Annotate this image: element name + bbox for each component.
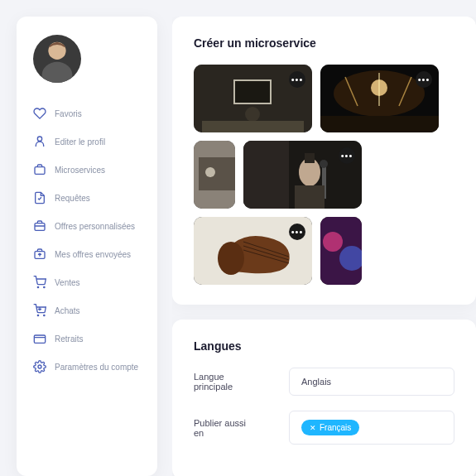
- avatar[interactable]: [33, 35, 81, 83]
- sidebar-item-purchases[interactable]: Achats: [28, 300, 146, 321]
- heart-icon: [33, 107, 46, 120]
- svg-rect-24: [320, 116, 439, 132]
- sidebar-item-label: Ventes: [55, 278, 80, 287]
- svg-rect-29: [243, 141, 289, 209]
- thumbnail-item[interactable]: •••: [194, 217, 312, 285]
- svg-point-10: [44, 315, 45, 315]
- svg-point-36: [218, 242, 244, 275]
- svg-point-9: [37, 315, 38, 315]
- thumbnail-item[interactable]: •••: [243, 141, 362, 209]
- sidebar-item-microservices[interactable]: Microservices: [28, 159, 146, 180]
- sidebar-item-label: Offres personnalisées: [55, 222, 135, 231]
- svg-rect-4: [35, 167, 45, 175]
- main-content: Créer un microservice ••• ••• •••: [172, 17, 476, 476]
- thumbnail-item[interactable]: [194, 141, 235, 209]
- sidebar-item-account-settings[interactable]: Paramètres du compte: [28, 356, 146, 377]
- svg-point-12: [38, 365, 41, 368]
- language-chip[interactable]: ✕Français: [301, 420, 359, 435]
- sidebar-item-label: Editer le profil: [55, 137, 105, 147]
- sidebar-item-label: Favoris: [55, 109, 82, 118]
- thumbnail-grid: ••• ••• ••• •••: [194, 65, 454, 285]
- primary-language-row: Langue principale Anglais: [194, 368, 454, 396]
- sidebar-item-favoris[interactable]: Favoris: [28, 103, 146, 124]
- sidebar-item-withdrawals[interactable]: Retraits: [28, 328, 146, 349]
- offers-icon: [33, 219, 46, 233]
- row-label: Publier aussi en: [194, 418, 256, 438]
- svg-rect-15: [235, 81, 270, 103]
- svg-rect-26: [199, 157, 235, 190]
- cart-down-icon: [33, 304, 46, 317]
- svg-point-16: [245, 107, 260, 122]
- languages-card: Langues Langue principale Anglais Publie…: [172, 320, 476, 476]
- more-icon[interactable]: •••: [416, 71, 432, 88]
- svg-point-8: [44, 286, 45, 287]
- cart-icon: [33, 276, 46, 289]
- svg-rect-34: [295, 185, 325, 209]
- section-title: Créer un microservice: [194, 36, 454, 50]
- thumbnail-item[interactable]: •••: [194, 65, 312, 132]
- more-icon[interactable]: •••: [339, 147, 355, 164]
- sidebar-item-requests[interactable]: Requêtes: [28, 187, 146, 209]
- row-label: Langue principale: [194, 372, 256, 392]
- user-icon: [33, 135, 46, 148]
- sidebar-item-label: Paramètres du compte: [55, 363, 138, 372]
- more-icon[interactable]: •••: [289, 71, 305, 88]
- sidebar-item-custom-offers[interactable]: Offres personnalisées: [28, 215, 146, 237]
- thumbnail-item[interactable]: •••: [320, 65, 439, 132]
- document-icon: [33, 191, 46, 204]
- sidebar-item-label: Retraits: [55, 334, 83, 344]
- section-title: Langues: [194, 339, 454, 353]
- briefcase-icon: [33, 163, 46, 176]
- svg-rect-5: [35, 224, 45, 231]
- also-publish-row: Publier aussi en ✕Français: [194, 411, 454, 445]
- svg-point-42: [323, 232, 343, 252]
- svg-point-33: [320, 160, 328, 168]
- sidebar-item-edit-profile[interactable]: Editer le profil: [28, 131, 146, 152]
- sidebar-item-label: Microservices: [55, 166, 105, 175]
- svg-point-3: [37, 137, 41, 141]
- sidebar-item-label: Achats: [55, 306, 80, 315]
- svg-rect-31: [305, 153, 315, 163]
- svg-point-27: [205, 167, 215, 177]
- sidebar-item-sent-offers[interactable]: Mes offres envoyées: [28, 243, 146, 265]
- primary-language-select[interactable]: Anglais: [289, 368, 454, 396]
- sent-icon: [33, 248, 46, 261]
- svg-rect-11: [34, 335, 45, 343]
- thumbnail-item[interactable]: [320, 217, 362, 285]
- gear-icon: [33, 360, 46, 373]
- more-icon[interactable]: •••: [289, 224, 305, 240]
- sidebar: Favoris Editer le profil Microservices R…: [17, 17, 157, 476]
- svg-point-7: [37, 286, 38, 287]
- sidebar-item-label: Requêtes: [55, 194, 90, 203]
- sidebar-item-sales[interactable]: Ventes: [28, 272, 146, 293]
- sidebar-nav: Favoris Editer le profil Microservices R…: [28, 103, 146, 377]
- wallet-icon: [33, 332, 46, 345]
- sidebar-item-label: Mes offres envoyées: [55, 250, 131, 259]
- remove-icon[interactable]: ✕: [310, 424, 316, 432]
- select-value: Anglais: [301, 377, 331, 387]
- svg-rect-17: [202, 121, 304, 132]
- create-microservice-card: Créer un microservice ••• ••• •••: [172, 17, 476, 305]
- also-publish-select[interactable]: ✕Français: [289, 411, 454, 445]
